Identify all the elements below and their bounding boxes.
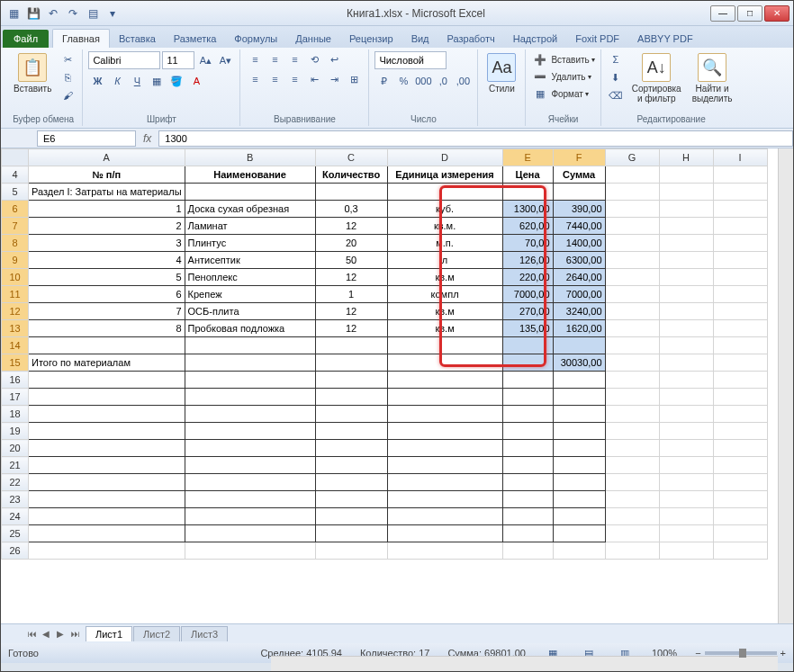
- cell[interactable]: [315, 440, 387, 457]
- row-header-15[interactable]: 15: [2, 354, 29, 372]
- cell[interactable]: [713, 406, 767, 423]
- cell[interactable]: 12: [315, 218, 387, 235]
- redo-icon[interactable]: ↷: [64, 4, 82, 22]
- tab-formulas[interactable]: Формулы: [225, 30, 286, 48]
- cell[interactable]: [713, 440, 767, 457]
- cell[interactable]: [315, 474, 387, 491]
- cell[interactable]: [387, 372, 502, 389]
- cell[interactable]: [315, 389, 387, 406]
- cell[interactable]: [713, 474, 767, 491]
- row-header-13[interactable]: 13: [2, 320, 29, 337]
- header-cell[interactable]: Наименование: [185, 166, 315, 184]
- header-cell[interactable]: Цена: [502, 166, 553, 184]
- cell[interactable]: 7000,00: [502, 286, 553, 303]
- cell[interactable]: [315, 337, 387, 354]
- cell[interactable]: [713, 269, 767, 286]
- cell[interactable]: Ламинат: [185, 218, 315, 235]
- cell[interactable]: [605, 269, 659, 286]
- header-cell[interactable]: Единица измерения: [387, 166, 502, 184]
- cell[interactable]: компл: [387, 286, 502, 303]
- cell[interactable]: [315, 406, 387, 423]
- horizontal-scrollbar[interactable]: [271, 656, 778, 671]
- find-select-button[interactable]: 🔍 Найти и выделить: [689, 51, 736, 105]
- tab-home[interactable]: Главная: [52, 29, 110, 48]
- cell[interactable]: [387, 491, 502, 508]
- cell[interactable]: 4: [29, 252, 185, 269]
- row-header-7[interactable]: 7: [2, 218, 29, 235]
- cell[interactable]: [553, 184, 605, 201]
- fill-color-icon[interactable]: 🪣: [167, 73, 185, 89]
- cell[interactable]: [553, 372, 605, 389]
- insert-button[interactable]: ➕Вставить▾: [531, 51, 594, 67]
- row-header-8[interactable]: 8: [2, 235, 29, 252]
- cell[interactable]: [713, 303, 767, 320]
- cell[interactable]: [659, 389, 713, 406]
- cell[interactable]: [659, 372, 713, 389]
- cell[interactable]: [713, 508, 767, 525]
- cell[interactable]: 0,3: [315, 201, 387, 218]
- cell[interactable]: [713, 354, 767, 372]
- cell[interactable]: [553, 423, 605, 440]
- cell[interactable]: [659, 508, 713, 525]
- cell[interactable]: [185, 474, 315, 491]
- autosum-icon[interactable]: Σ: [607, 51, 625, 67]
- cell[interactable]: 1300,00: [502, 201, 553, 218]
- clear-icon[interactable]: ⌫: [607, 87, 625, 103]
- undo-icon[interactable]: ↶: [44, 4, 62, 22]
- cell[interactable]: кв.м: [387, 303, 502, 320]
- row-header-11[interactable]: 11: [2, 286, 29, 303]
- cell[interactable]: [605, 508, 659, 525]
- cell[interactable]: 1: [315, 286, 387, 303]
- row-header-20[interactable]: 20: [2, 440, 29, 457]
- orientation-icon[interactable]: ⟲: [305, 51, 323, 67]
- align-middle-icon[interactable]: ≡: [266, 51, 284, 67]
- select-all-corner[interactable]: [2, 149, 29, 166]
- cell[interactable]: [605, 440, 659, 457]
- cell[interactable]: [605, 525, 659, 542]
- cell[interactable]: [659, 235, 713, 252]
- row-header-25[interactable]: 25: [2, 525, 29, 542]
- cell[interactable]: [553, 337, 605, 354]
- cell[interactable]: [553, 440, 605, 457]
- cell[interactable]: кв.м.: [387, 218, 502, 235]
- cell[interactable]: [502, 440, 553, 457]
- cell[interactable]: [29, 372, 185, 389]
- cell[interactable]: [659, 354, 713, 372]
- cell[interactable]: [605, 474, 659, 491]
- col-header-F[interactable]: F: [553, 149, 605, 166]
- cell[interactable]: [553, 474, 605, 491]
- row-header-4[interactable]: 4: [2, 166, 29, 184]
- cell[interactable]: [387, 525, 502, 542]
- cell[interactable]: [659, 423, 713, 440]
- cell[interactable]: [659, 166, 713, 184]
- cell[interactable]: [713, 218, 767, 235]
- cell[interactable]: [387, 457, 502, 474]
- row-header-24[interactable]: 24: [2, 508, 29, 525]
- cell[interactable]: [605, 235, 659, 252]
- cell[interactable]: [502, 457, 553, 474]
- row-header-16[interactable]: 16: [2, 372, 29, 389]
- cell[interactable]: 12: [315, 269, 387, 286]
- header-cell[interactable]: Сумма: [553, 166, 605, 184]
- cell[interactable]: [713, 166, 767, 184]
- cell[interactable]: 50: [315, 252, 387, 269]
- row-header-9[interactable]: 9: [2, 252, 29, 269]
- cell[interactable]: [659, 457, 713, 474]
- wrap-text-icon[interactable]: ↩: [325, 51, 343, 67]
- cell[interactable]: 6: [29, 286, 185, 303]
- cell[interactable]: [185, 184, 315, 201]
- vertical-scrollbar[interactable]: [778, 148, 793, 623]
- row-header-10[interactable]: 10: [2, 269, 29, 286]
- cell[interactable]: Антисептик: [185, 252, 315, 269]
- cell[interactable]: 5: [29, 269, 185, 286]
- cell[interactable]: [605, 457, 659, 474]
- minimize-button[interactable]: —: [710, 5, 735, 22]
- cell[interactable]: [713, 286, 767, 303]
- cell[interactable]: [659, 269, 713, 286]
- cell[interactable]: [605, 218, 659, 235]
- tab-abbyy[interactable]: ABBYY PDF: [628, 30, 702, 48]
- cell[interactable]: [502, 542, 553, 560]
- cell[interactable]: [659, 201, 713, 218]
- cell[interactable]: [713, 235, 767, 252]
- tab-layout[interactable]: Разметка: [165, 30, 226, 48]
